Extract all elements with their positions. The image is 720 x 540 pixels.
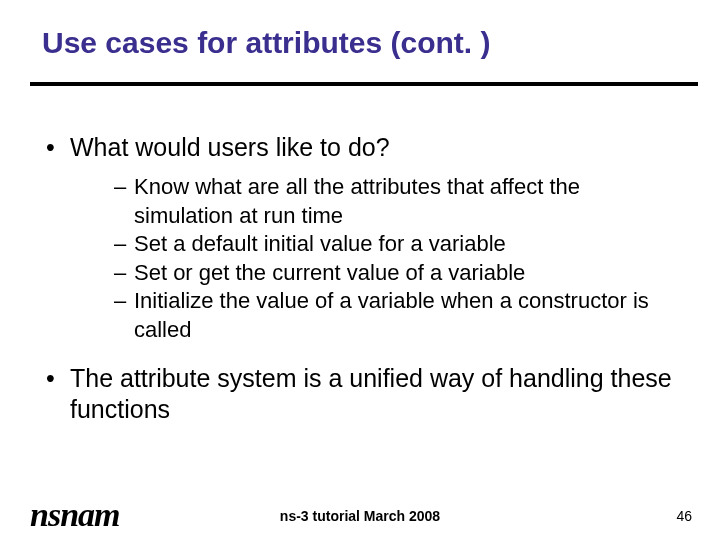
title-underline [30,82,698,86]
bullet-level2: Know what are all the attributes that af… [114,173,680,230]
bullet-text: The attribute system is a unified way of… [70,364,672,423]
sub-bullet-list: Know what are all the attributes that af… [70,173,680,345]
slide-body: What would users like to do? Know what a… [46,132,680,439]
bullet-level2: Set a default initial value for a variab… [114,230,680,259]
bullet-level1: What would users like to do? Know what a… [46,132,680,345]
footer-text: ns-3 tutorial March 2008 [0,508,720,524]
slide-title: Use cases for attributes (cont. ) [42,26,490,60]
bullet-text: Know what are all the attributes that af… [134,174,580,228]
bullet-text: What would users like to do? [70,133,390,161]
bullet-text: Initialize the value of a variable when … [134,288,649,342]
bullet-level1: The attribute system is a unified way of… [46,363,680,425]
bullet-level2: Initialize the value of a variable when … [114,287,680,344]
slide: Use cases for attributes (cont. ) What w… [0,0,720,540]
page-number: 46 [676,508,692,524]
bullet-level2: Set or get the current value of a variab… [114,259,680,288]
bullet-text: Set or get the current value of a variab… [134,260,525,285]
bullet-text: Set a default initial value for a variab… [134,231,506,256]
